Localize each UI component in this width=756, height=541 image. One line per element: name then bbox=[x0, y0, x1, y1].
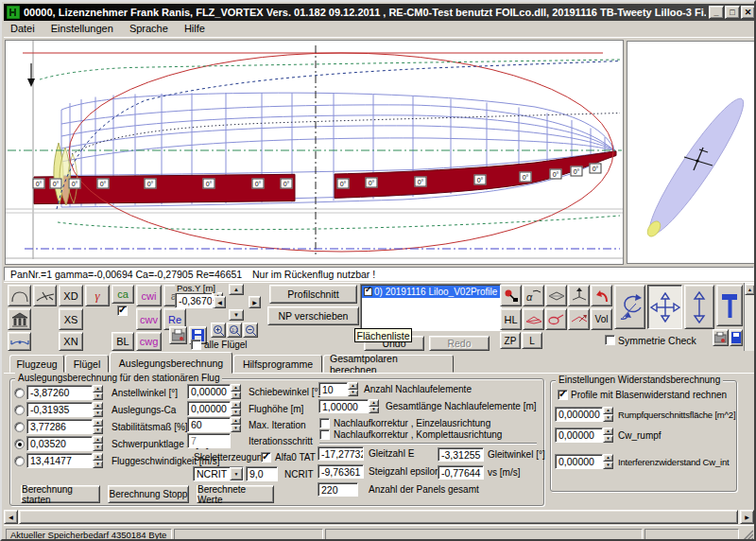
red-pen-button[interactable] bbox=[545, 308, 567, 330]
maximize-button[interactable]: □ bbox=[725, 6, 740, 19]
korrektur-komplett-checkbox[interactable] bbox=[319, 429, 330, 440]
stabilitaetsmass-input[interactable]: 3,77286 bbox=[26, 419, 93, 434]
vol-button[interactable]: Vol bbox=[591, 308, 612, 330]
gamma-button[interactable]: γ bbox=[85, 285, 110, 306]
red-wing-flat-button[interactable] bbox=[523, 308, 544, 330]
max-iteration-spinner[interactable]: ▲▼ bbox=[231, 417, 241, 432]
move-mode-button[interactable] bbox=[647, 285, 682, 329]
radio-stabilitaetsmass[interactable] bbox=[14, 422, 25, 432]
zoom-in-button[interactable] bbox=[211, 323, 226, 338]
cwg-button[interactable]: cwg bbox=[136, 332, 162, 351]
ca-checkbox[interactable] bbox=[117, 305, 128, 316]
zp-button[interactable]: ZP bbox=[500, 332, 521, 349]
schiebewinkel-spinner[interactable]: ▲▼ bbox=[231, 384, 241, 399]
cw-rumpf-input[interactable]: 0,00000 bbox=[555, 428, 603, 443]
rumpfflaeche-input[interactable]: 0,000000 bbox=[555, 407, 603, 422]
tab-gesamtpolaren[interactable]: Gesamtpolaren berechnen bbox=[323, 355, 454, 373]
resize-grip[interactable] bbox=[742, 529, 753, 540]
minimize-button[interactable]: _ bbox=[709, 6, 724, 19]
close-button[interactable]: ✕ bbox=[741, 6, 755, 19]
toolbar-scrollbar[interactable]: ▲ bbox=[744, 283, 755, 351]
radio-schwerpunktlage[interactable] bbox=[14, 439, 25, 449]
ncrit-number-input[interactable]: 9,0 bbox=[246, 466, 278, 481]
flughoehe-input[interactable]: 0,00000 bbox=[187, 401, 231, 416]
pan-down-button[interactable]: ▼ bbox=[229, 309, 244, 321]
nachlauf-anzahl-spinner[interactable]: ▲▼ bbox=[348, 382, 358, 396]
cwi-button[interactable]: cwi bbox=[136, 285, 162, 306]
menu-hilfe[interactable]: Hilfe bbox=[178, 21, 212, 36]
max-iteration-input[interactable]: 60 bbox=[187, 417, 231, 432]
xd-button[interactable]: XD bbox=[59, 285, 83, 306]
pin-tool-button[interactable] bbox=[500, 285, 522, 306]
interferenz-input[interactable]: 0,00000 bbox=[555, 454, 603, 469]
alpha-tool-button[interactable]: α bbox=[523, 285, 544, 306]
schwerpunktlage-spinner[interactable]: ▲▼ bbox=[93, 436, 103, 451]
export-plot-button[interactable] bbox=[169, 326, 187, 344]
interferenz-spinner[interactable]: ▲▼ bbox=[603, 454, 613, 469]
korrektur-einzel-checkbox[interactable] bbox=[319, 418, 330, 428]
save-button-2[interactable] bbox=[730, 329, 743, 346]
np-verschieben-button[interactable]: NP verschieben bbox=[267, 306, 359, 325]
flughoehe-spinner[interactable]: ▲▼ bbox=[231, 401, 241, 416]
flaechen-listbox[interactable]: ✓ 0) 20191116 Liloo_V02Profile bbox=[360, 284, 502, 331]
blasenwiderstand-checkbox[interactable] bbox=[558, 390, 568, 400]
building-view-button[interactable] bbox=[8, 308, 31, 330]
build-tool-button[interactable] bbox=[716, 285, 743, 326]
tab-flugzeug[interactable]: Flugzeug bbox=[9, 355, 64, 373]
berechnung-stopp-button[interactable]: Berechnung Stopp bbox=[108, 485, 189, 503]
fluggeschwindigkeit-spinner[interactable]: ▲▼ bbox=[93, 453, 103, 468]
scroll-left-button[interactable]: ◀ bbox=[4, 510, 18, 524]
list-item-checkbox[interactable]: ✓ bbox=[364, 288, 372, 296]
tab-fluegel[interactable]: Flügel bbox=[65, 355, 109, 373]
menu-datei[interactable]: Datei bbox=[4, 21, 42, 36]
title-bar[interactable]: 00000, Lizenznehmer Frank Ranis, FLZ_VOR… bbox=[4, 4, 754, 21]
redo-button[interactable]: Redo bbox=[429, 336, 490, 351]
ncrit-select[interactable]: NCRIT ▼ bbox=[193, 466, 244, 481]
listbox-selected-row[interactable]: ✓ 0) 20191116 Liloo_V02Profile bbox=[362, 286, 500, 298]
tab-auslegungsberechnung[interactable]: Auslegungsberechnung bbox=[110, 352, 232, 374]
radio-fluggeschwindigkeit[interactable] bbox=[14, 456, 25, 466]
alle-fluegel-checkbox[interactable] bbox=[191, 340, 201, 350]
glider-view-button[interactable] bbox=[33, 285, 57, 306]
berechnete-werte-button[interactable]: Berechnete Werte bbox=[197, 485, 274, 503]
wing-raise-button[interactable] bbox=[568, 285, 590, 306]
ncrit-dropdown-button[interactable]: ▼ bbox=[230, 467, 243, 480]
radio-anstellwinkel[interactable] bbox=[14, 388, 25, 398]
wing-top-view-button[interactable] bbox=[8, 285, 31, 306]
hl-button[interactable]: HL bbox=[500, 308, 522, 330]
front-view-button[interactable] bbox=[8, 332, 31, 351]
cwv-button[interactable]: cwv bbox=[136, 308, 162, 330]
alfa0-tat-checkbox[interactable] bbox=[261, 452, 271, 462]
symmetrie-check-checkbox[interactable] bbox=[605, 335, 615, 345]
ca-button[interactable]: ca bbox=[112, 285, 134, 304]
wing-3d-view[interactable] bbox=[627, 41, 756, 264]
scrollbar-thumb[interactable] bbox=[19, 510, 738, 524]
undo-arrow-button[interactable] bbox=[591, 285, 612, 306]
rumpfflaeche-spinner[interactable]: ▲▼ bbox=[603, 407, 613, 422]
nachlauf-laenge-input[interactable]: 1,00000 bbox=[318, 399, 369, 413]
bl-button[interactable]: BL bbox=[112, 332, 134, 351]
xn-button[interactable]: XN bbox=[59, 332, 83, 351]
fluggeschwindigkeit-input[interactable]: 13,41477 bbox=[26, 453, 93, 468]
pan-right-button[interactable]: ▶ bbox=[249, 296, 261, 308]
nachlauf-anzahl-input[interactable]: 10 bbox=[318, 382, 348, 396]
auslegungs-ca-spinner[interactable]: ▲▼ bbox=[93, 402, 103, 417]
scroll-up-button[interactable]: ▲ bbox=[745, 284, 755, 295]
menu-einstellungen[interactable]: Einstellungen bbox=[44, 21, 120, 36]
red-wing-arrow-button[interactable] bbox=[568, 308, 590, 330]
posy-input[interactable]: -0,36705 bbox=[175, 292, 213, 308]
anstellwinkel-input[interactable]: -3,87260 bbox=[26, 385, 93, 400]
export-button-2[interactable] bbox=[713, 329, 729, 346]
schiebewinkel-input[interactable]: 0,00000 bbox=[187, 384, 231, 399]
zoom-out-button[interactable] bbox=[243, 323, 258, 338]
pan-left-button[interactable]: ◀ bbox=[214, 296, 226, 308]
l-button[interactable]: L bbox=[522, 332, 542, 349]
pan-up-button[interactable]: ▲ bbox=[229, 284, 244, 295]
wing-diamond-button[interactable] bbox=[545, 285, 567, 306]
xs-button[interactable]: XS bbox=[59, 308, 83, 330]
radio-auslegungs-ca[interactable] bbox=[14, 405, 25, 415]
menu-sprache[interactable]: Sprache bbox=[123, 21, 175, 36]
stabilitaetsmass-spinner[interactable]: ▲▼ bbox=[93, 419, 103, 434]
vertical-move-button[interactable] bbox=[684, 285, 714, 329]
zoom-reset-button[interactable]: 1:1 bbox=[227, 323, 242, 338]
